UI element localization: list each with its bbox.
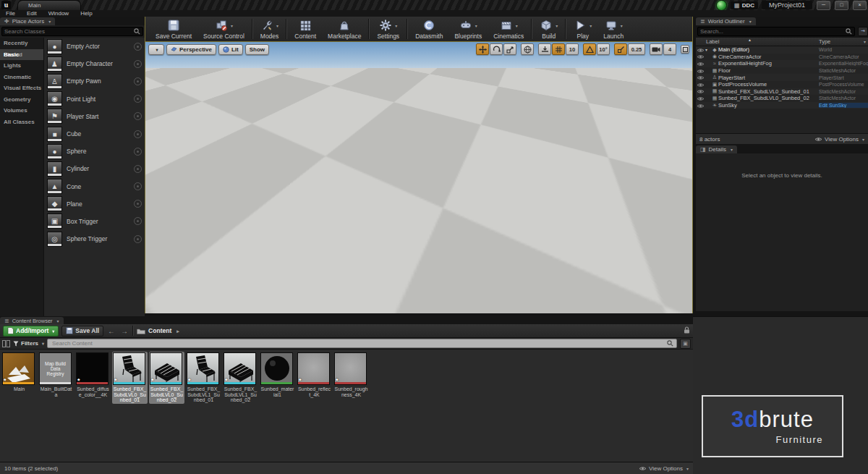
- drag-handle-icon[interactable]: [134, 112, 142, 120]
- visibility-eye-icon[interactable]: [696, 88, 705, 95]
- asset-mesh-lvl1-02[interactable]: * Sunbed_FBX_SubdLVL1_Sunbed_02: [223, 352, 258, 404]
- content-view-options-button[interactable]: View Options: [639, 465, 689, 472]
- menu-file[interactable]: File: [0, 10, 21, 17]
- asset-mesh-lvl1-01[interactable]: * Sunbed_FBX_SubdLVL1_Sunbed_01: [186, 352, 221, 404]
- save-search-button[interactable]: ▣: [680, 339, 691, 349]
- surface-snap-button[interactable]: [538, 43, 551, 55]
- drag-handle-icon[interactable]: [134, 235, 142, 243]
- filters-button[interactable]: Filters: [13, 340, 44, 347]
- category-visual-effects[interactable]: Visual Effects: [0, 82, 43, 94]
- drag-handle-icon[interactable]: [134, 77, 142, 85]
- asset-main[interactable]: * Main: [1, 352, 37, 393]
- menu-window[interactable]: Window: [43, 10, 75, 17]
- outliner-row-playerstart[interactable]: ♙ PlayerStart PlayerStart: [696, 74, 868, 81]
- outliner-view-options-button[interactable]: View Options: [814, 136, 864, 143]
- build-button[interactable]: Build: [534, 18, 563, 40]
- place-actors-search[interactable]: [1, 27, 143, 36]
- drag-handle-icon[interactable]: [134, 95, 142, 103]
- drag-handle-icon[interactable]: [134, 182, 142, 190]
- forward-button[interactable]: →: [119, 327, 129, 335]
- outliner-row-cinecamera[interactable]: ◉ CineCameraActor CineCameraActor: [696, 54, 868, 61]
- actor-item-cone[interactable]: ▲ Cone: [44, 178, 145, 195]
- asset-main-builtdata[interactable]: Map Build Data Registry Main_BuiltData: [38, 352, 74, 398]
- drag-handle-icon[interactable]: [134, 148, 142, 156]
- outliner-search-input[interactable]: [700, 28, 846, 35]
- settings-button[interactable]: Settings: [371, 18, 405, 40]
- category-geometry[interactable]: Geometry: [0, 94, 43, 106]
- actor-item-empty-character[interactable]: ♟ Empty Character: [44, 55, 145, 72]
- rotation-snap-value[interactable]: 10°: [597, 43, 610, 55]
- menu-edit[interactable]: Edit: [21, 10, 43, 17]
- scale-tool-button[interactable]: [503, 43, 516, 55]
- category-volumes[interactable]: Volumes: [0, 105, 43, 117]
- visibility-eye-icon[interactable]: [696, 67, 705, 74]
- visibility-eye-icon[interactable]: [696, 60, 705, 67]
- visibility-eye-icon[interactable]: [696, 54, 705, 60]
- camera-speed-value[interactable]: 4: [663, 43, 676, 55]
- rotation-snap-toggle-button[interactable]: [583, 43, 596, 55]
- outliner-row-sunsky[interactable]: ☀ SunSky Edit SunSky: [696, 102, 868, 109]
- move-tool-button[interactable]: [476, 43, 489, 55]
- visibility-eye-icon[interactable]: [696, 46, 705, 53]
- lit-mode-button[interactable]: Lit: [218, 44, 243, 55]
- actor-item-empty-pawn[interactable]: ♙ Empty Pawn: [44, 72, 145, 90]
- camera-speed-button[interactable]: [650, 43, 663, 55]
- category-recently-placed[interactable]: Recently Placed: [0, 38, 43, 49]
- actor-item-cylinder[interactable]: ▮ Cylinder: [44, 160, 145, 177]
- 3d-viewport[interactable]: z x Perspective Lit: [145, 41, 692, 313]
- actor-item-plane[interactable]: ◆ Plane: [44, 195, 145, 213]
- asset-mesh-lvl0-02[interactable]: * Sunbed_FBX_SubdLVL0_Sunbed_02: [149, 352, 184, 404]
- breadcrumb[interactable]: Content: [137, 327, 179, 334]
- drag-handle-icon[interactable]: [134, 43, 142, 51]
- visibility-eye-icon[interactable]: [696, 75, 705, 81]
- world-outliner-tab[interactable]: ≣ World Outliner: [696, 17, 756, 25]
- content-button[interactable]: Content: [289, 18, 322, 40]
- outliner-row-floor[interactable]: ▦ Floor StaticMeshActor: [696, 67, 868, 75]
- perspective-button[interactable]: Perspective: [166, 44, 216, 55]
- minimize-button[interactable]: ─: [817, 1, 830, 10]
- category-cinematic[interactable]: Cinematic: [0, 72, 43, 83]
- outliner-row-heightfog[interactable]: ≈ ExponentialHeightFog ExponentialHeight…: [696, 60, 868, 67]
- source-control-button[interactable]: Source Control: [197, 18, 250, 40]
- search-content-input[interactable]: [51, 339, 667, 347]
- maximize-viewport-button[interactable]: [681, 45, 689, 54]
- title-bar[interactable]: u Main ▦ DDC MyProject01 ─ □ ×: [0, 0, 868, 10]
- menu-help[interactable]: Help: [75, 10, 98, 17]
- breadcrumb-content[interactable]: Content: [148, 327, 171, 334]
- save-current-button[interactable]: Save Current: [150, 18, 197, 40]
- search-classes-input[interactable]: [4, 28, 134, 35]
- cinematics-button[interactable]: Cinematics: [488, 18, 529, 40]
- drag-handle-icon[interactable]: [134, 200, 142, 208]
- grid-snap-toggle-button[interactable]: [552, 43, 565, 55]
- outliner-row-main[interactable]: ▾ ◆ Main (Editor) World: [696, 46, 868, 54]
- asset-roughness-texture[interactable]: * Sunbed_roughness_4K: [333, 352, 369, 398]
- asset-mesh-lvl0-01[interactable]: * Sunbed_FBX_SubdLVL0_Sunbed_01: [112, 352, 148, 404]
- drag-handle-icon[interactable]: [134, 130, 142, 138]
- show-flags-button[interactable]: Show: [245, 44, 269, 55]
- world-local-toggle-button[interactable]: [521, 43, 534, 55]
- sources-panel-toggle-icon[interactable]: [2, 340, 10, 347]
- content-search-field[interactable]: [47, 339, 677, 348]
- column-type[interactable]: Type: [819, 38, 830, 45]
- scale-snap-toggle-button[interactable]: [614, 43, 627, 55]
- blueprints-button[interactable]: Blueprints: [448, 18, 488, 40]
- actor-item-empty-actor[interactable]: ● Empty Actor: [44, 38, 145, 55]
- actor-item-sphere[interactable]: ● Sphere: [44, 143, 145, 160]
- edit-sunsky-link[interactable]: Edit SunSky: [819, 103, 868, 108]
- asset-reflect-texture[interactable]: * Sunbed_reflect_4K: [297, 352, 332, 398]
- viewport-options-button[interactable]: [148, 44, 164, 55]
- rotate-tool-button[interactable]: [490, 43, 503, 55]
- content-browser-tab[interactable]: ≣ Content Browser: [0, 317, 64, 324]
- lock-icon[interactable]: [684, 326, 690, 335]
- visibility-eye-icon[interactable]: [696, 95, 705, 101]
- drag-handle-icon[interactable]: [134, 165, 142, 173]
- grid-snap-value[interactable]: 10: [566, 43, 579, 55]
- play-button[interactable]: Play: [568, 18, 597, 40]
- outliner-column-header[interactable]: Label ▲ Type: [696, 38, 868, 46]
- save-all-button[interactable]: Save All: [61, 326, 103, 337]
- actor-item-player-start[interactable]: ⚑ Player Start: [44, 108, 145, 125]
- modes-button[interactable]: Modes: [255, 18, 285, 40]
- level-tab[interactable]: Main: [17, 0, 81, 10]
- category-all-classes[interactable]: All Classes: [0, 117, 43, 128]
- restore-button[interactable]: □: [835, 1, 848, 10]
